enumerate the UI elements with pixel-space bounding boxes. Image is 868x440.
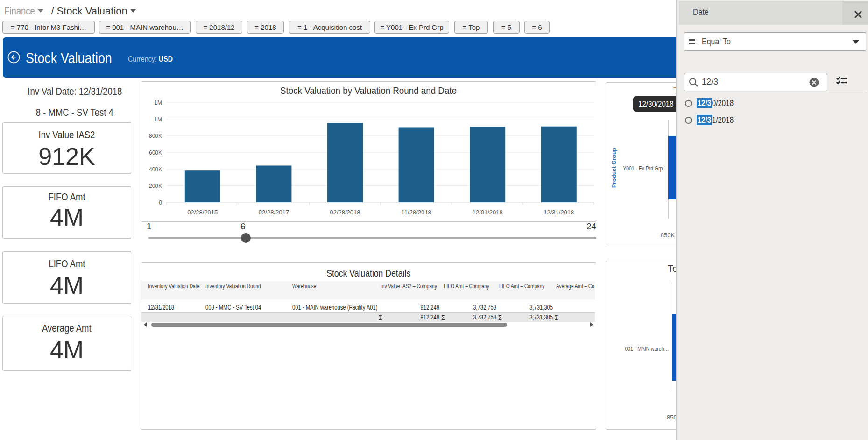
svg-text:1M: 1M	[154, 99, 162, 106]
svg-text:600K: 600K	[149, 149, 162, 156]
svg-text:800K: 800K	[149, 133, 162, 139]
svg-text:Stock Valuation by Valuation R: Stock Valuation by Valuation Round and D…	[280, 85, 457, 96]
svg-text:11/28/2018: 11/28/2018	[402, 209, 431, 216]
svg-text:0: 0	[159, 199, 162, 206]
svg-text:02/28/2018: 02/28/2018	[330, 209, 360, 216]
svg-text:200K: 200K	[149, 183, 162, 189]
svg-text:02/28/2015: 02/28/2015	[187, 209, 218, 216]
svg-text:400K: 400K	[149, 166, 162, 173]
svg-text:02/28/2017: 02/28/2017	[259, 209, 289, 216]
svg-text:1M: 1M	[154, 116, 162, 123]
svg-text:12/01/2018: 12/01/2018	[473, 209, 503, 216]
svg-text:12/31/2018: 12/31/2018	[543, 209, 574, 216]
